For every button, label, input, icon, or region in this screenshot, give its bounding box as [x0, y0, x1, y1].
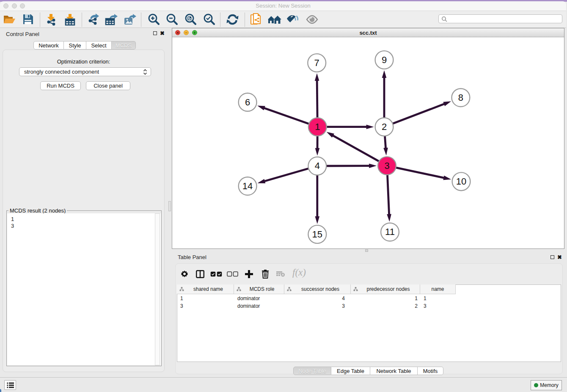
- svg-text:8: 8: [458, 92, 463, 103]
- svg-text:9: 9: [382, 55, 387, 65]
- svg-text:7: 7: [314, 58, 319, 68]
- svg-text:3: 3: [384, 160, 389, 171]
- svg-text:2: 2: [382, 121, 387, 132]
- svg-text:11: 11: [385, 226, 395, 237]
- svg-text:10: 10: [456, 176, 466, 187]
- svg-text:15: 15: [312, 229, 322, 240]
- svg-text:14: 14: [242, 181, 253, 191]
- svg-text:1: 1: [315, 121, 320, 132]
- svg-text:4: 4: [315, 160, 320, 171]
- svg-text:6: 6: [245, 97, 250, 108]
